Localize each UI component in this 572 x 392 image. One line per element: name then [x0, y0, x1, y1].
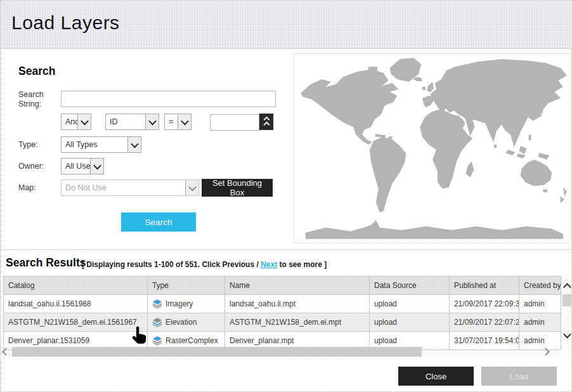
- cell-published-at[interactable]: 21/09/2017 22:09:38: [449, 295, 519, 313]
- vertical-scroll-thumb[interactable]: [562, 294, 571, 306]
- results-table: Catalog Type Name Data Source Published …: [3, 276, 561, 350]
- world-map-image: [294, 54, 571, 243]
- col-header-name[interactable]: Name: [224, 277, 369, 294]
- cell-data-source[interactable]: upload: [369, 313, 449, 331]
- table-vertical-scrollbar[interactable]: [561, 276, 572, 347]
- cell-published-at[interactable]: 21/09/2017 22:07:21: [449, 313, 519, 331]
- logic-select[interactable]: And: [61, 114, 91, 130]
- layers-icon: [152, 336, 162, 346]
- search-string-input[interactable]: [61, 91, 276, 107]
- cell-name[interactable]: ASTGTM_N21W158_dem.ei.mpt: [224, 313, 369, 331]
- world-map-preview[interactable]: [294, 53, 571, 244]
- set-bounding-box-button[interactable]: Set Bounding Box: [202, 179, 273, 197]
- table-header-row: Catalog Type Name Data Source Published …: [4, 277, 561, 294]
- search-string-label: Search String:: [18, 90, 55, 109]
- field-select[interactable]: ID: [105, 114, 159, 130]
- chevron-down-icon[interactable]: [178, 114, 191, 129]
- table-row[interactable]: landsat_oahu.ii.1561968Imagerylandsat_oa…: [4, 294, 561, 313]
- table-row[interactable]: ASTGTM_N21W158_dem.ei.1561967ElevationAS…: [4, 313, 561, 331]
- collapse-conditions-button[interactable]: [259, 114, 273, 130]
- cell-type[interactable]: Imagery: [147, 295, 224, 313]
- next-page-link[interactable]: Next: [261, 260, 277, 269]
- operator-select[interactable]: =: [164, 114, 192, 130]
- close-button[interactable]: Close: [398, 367, 474, 386]
- search-section-heading: Search: [18, 65, 55, 78]
- col-header-published-at[interactable]: Published at: [449, 277, 519, 294]
- chevron-down-icon[interactable]: [185, 180, 198, 195]
- load-button[interactable]: Load: [481, 367, 557, 386]
- table-horizontal-scrollbar[interactable]: [2, 346, 560, 357]
- cell-name[interactable]: landsat_oahu.ii.mpt: [224, 295, 369, 313]
- cell-catalog[interactable]: ASTGTM_N21W158_dem.ei.1561967: [4, 313, 147, 331]
- map-select[interactable]: Do Not Use: [61, 180, 199, 196]
- col-header-type[interactable]: Type: [147, 277, 224, 294]
- type-label: Type:: [18, 140, 38, 150]
- results-info-prefix: [ Displaying results 1-100 of 551. Click…: [82, 260, 261, 269]
- layers-icon: [152, 317, 162, 327]
- col-header-data-source[interactable]: Data Source: [369, 277, 449, 294]
- section-divider: [1, 249, 572, 250]
- owner-label: Owner:: [18, 162, 44, 171]
- cell-created-by[interactable]: admin: [519, 295, 561, 313]
- page-title: Load Layers: [11, 12, 120, 34]
- layers-icon: [152, 299, 162, 309]
- scroll-left-icon[interactable]: [3, 348, 10, 355]
- col-header-catalog[interactable]: Catalog: [4, 277, 147, 294]
- results-info: [ Displaying results 1-100 of 551. Click…: [82, 260, 327, 269]
- cell-created-by[interactable]: admin: [519, 313, 561, 331]
- chevron-down-icon[interactable]: [77, 114, 91, 129]
- results-info-suffix: to see more ]: [277, 260, 327, 269]
- load-layers-dialog: Load Layers Search Search String: And ID…: [0, 0, 572, 392]
- condition-value-input[interactable]: [210, 114, 259, 131]
- search-button[interactable]: Search: [121, 212, 196, 232]
- col-header-created-by[interactable]: Created by: [519, 277, 561, 294]
- chevron-down-icon[interactable]: [90, 159, 103, 174]
- horizontal-scroll-thumb[interactable]: [12, 347, 422, 356]
- cell-catalog[interactable]: landsat_oahu.ii.1561968: [4, 295, 147, 313]
- chevron-down-icon[interactable]: [127, 137, 141, 152]
- results-heading: Search Results: [6, 256, 86, 270]
- dialog-header: Load Layers: [1, 1, 572, 49]
- cell-type[interactable]: Elevation: [147, 313, 224, 331]
- owner-select[interactable]: All Users: [61, 158, 104, 174]
- cell-data-source[interactable]: upload: [369, 295, 449, 313]
- type-select[interactable]: All Types: [61, 136, 141, 153]
- scroll-down-icon[interactable]: [564, 332, 571, 339]
- scroll-right-icon[interactable]: [542, 348, 549, 355]
- map-label: Map:: [18, 183, 36, 193]
- chevron-down-icon[interactable]: [145, 114, 159, 129]
- scroll-up-icon[interactable]: [564, 284, 571, 291]
